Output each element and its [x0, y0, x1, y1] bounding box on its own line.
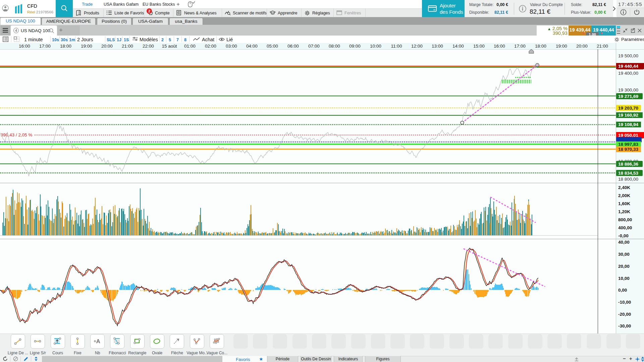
svg-text:18:00: 18:00 [60, 44, 71, 49]
svg-text:19 160,92: 19 160,92 [618, 113, 638, 118]
svg-text:-10,00: -10,00 [618, 300, 631, 305]
svg-text:04:00: 04:00 [246, 44, 258, 49]
svg-text:390,43 / 2,05 %: 390,43 / 2,05 % [1, 132, 33, 137]
svg-text:16:00: 16:00 [19, 44, 30, 49]
svg-text:18 997,83: 18 997,83 [618, 142, 639, 147]
svg-text:2,00K: 2,00K [618, 193, 630, 198]
svg-text:30,00: 30,00 [618, 252, 630, 257]
svg-text:15 août: 15 août [162, 44, 177, 49]
svg-text:15:00: 15:00 [473, 44, 485, 49]
svg-text:19 203,70: 19 203,70 [618, 106, 638, 111]
svg-text:10,00: 10,00 [618, 276, 630, 281]
svg-text:0,00: 0,00 [618, 288, 627, 293]
svg-text:-20,00: -20,00 [618, 312, 631, 317]
svg-text:18 886,36: 18 886,36 [618, 162, 639, 167]
svg-text:09:00: 09:00 [349, 44, 361, 49]
svg-text:19:00: 19:00 [81, 44, 92, 49]
svg-text:07:00: 07:00 [308, 44, 320, 49]
svg-text:19 271,69: 19 271,69 [618, 94, 638, 99]
svg-text:19 440,44: 19 440,44 [618, 64, 639, 69]
svg-text:17:00: 17:00 [514, 44, 526, 49]
svg-text:14:00: 14:00 [452, 44, 464, 49]
svg-text:13:00: 13:00 [432, 44, 443, 49]
svg-text:2,40K: 2,40K [618, 185, 630, 190]
svg-text:01:00: 01:00 [184, 44, 196, 49]
svg-text:21:00: 21:00 [122, 44, 133, 49]
svg-text:1,60K: 1,60K [618, 201, 630, 206]
svg-text:18 834,53: 18 834,53 [618, 171, 639, 176]
svg-text:05:00: 05:00 [267, 44, 278, 49]
svg-text:18 800,00: 18 800,00 [618, 177, 638, 182]
svg-text:20:00: 20:00 [576, 44, 588, 49]
svg-text:08:00: 08:00 [329, 44, 340, 49]
svg-text:-0,00: -0,00 [618, 233, 629, 238]
svg-text:18 970,33: 18 970,33 [618, 147, 639, 152]
svg-text:17:00: 17:00 [39, 44, 51, 49]
svg-text:03:00: 03:00 [226, 44, 237, 49]
svg-text:19 050,01: 19 050,01 [618, 133, 639, 138]
svg-text:02:00: 02:00 [205, 44, 216, 49]
svg-text:18:00: 18:00 [535, 44, 546, 49]
svg-text:19:00: 19:00 [556, 44, 567, 49]
svg-text:19 500,00: 19 500,00 [618, 53, 638, 58]
svg-text:06:00: 06:00 [287, 44, 299, 49]
svg-text:19 300,00: 19 300,00 [618, 87, 638, 93]
svg-text:11:00: 11:00 [391, 44, 402, 49]
svg-text:19 108,94: 19 108,94 [618, 122, 639, 127]
svg-text:20,00: 20,00 [618, 264, 630, 269]
svg-text:19 400,00: 19 400,00 [618, 71, 638, 76]
svg-text:40,00: 40,00 [618, 240, 630, 245]
svg-text:16:00: 16:00 [494, 44, 505, 49]
svg-text:21:00: 21:00 [597, 44, 608, 49]
svg-text:1,20K: 1,20K [618, 209, 630, 214]
svg-text:A: A [96, 338, 100, 345]
svg-text:20:00: 20:00 [101, 44, 113, 49]
svg-text:800,00: 800,00 [618, 217, 632, 222]
svg-text:12:00: 12:00 [411, 44, 423, 49]
svg-text:400,00: 400,00 [618, 225, 632, 230]
svg-text:22:00: 22:00 [143, 44, 154, 49]
svg-text:-30,00: -30,00 [618, 323, 631, 328]
svg-text:10:00: 10:00 [370, 44, 381, 49]
